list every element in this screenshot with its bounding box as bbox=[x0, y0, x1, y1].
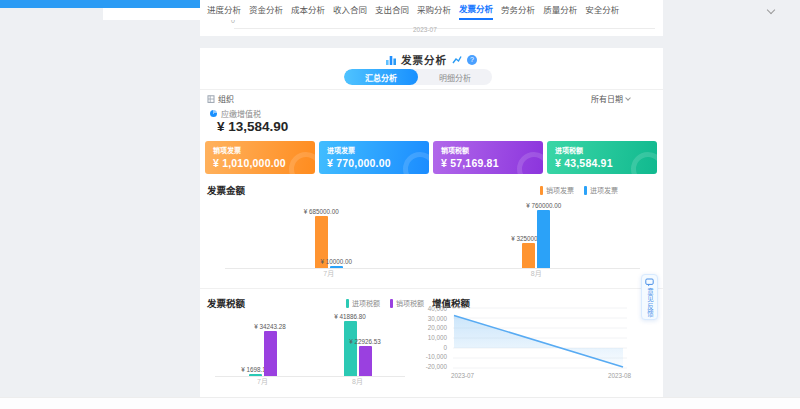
bar-column: ¥ 325000.00 bbox=[522, 235, 535, 268]
legend-item[interactable]: 进项发票 bbox=[584, 185, 618, 195]
nav-tab[interactable]: 进度分析 bbox=[207, 1, 241, 19]
legend-item[interactable]: 销项发票 bbox=[540, 185, 574, 195]
invoice-analysis-card: 发票分析 ? 汇总分析 明细分析 组织 所有日期 bbox=[200, 48, 663, 397]
line-chart-icon bbox=[452, 55, 462, 65]
nav-tab[interactable]: 成本分析 bbox=[291, 1, 325, 19]
pie-dot-icon bbox=[210, 110, 217, 117]
x-axis-line bbox=[215, 376, 405, 377]
legend-item[interactable]: 进项税额 bbox=[346, 298, 380, 308]
kpi-card-label: 销项税额 bbox=[441, 145, 535, 155]
kpi-card-label: 销项发票 bbox=[213, 145, 307, 155]
x-axis-line bbox=[225, 268, 640, 269]
card-decoration-circle bbox=[517, 152, 543, 174]
bar-column: ¥ 1698.11 bbox=[249, 366, 262, 376]
vat-summary-label: 应缴增值税 bbox=[221, 108, 261, 119]
invoice-analysis-page: 进度分析资金分析成本分析收入合同支出合同采购分析发票分析劳务分析质量分析安全分析… bbox=[0, 0, 800, 409]
nav-tab[interactable]: 发票分析 bbox=[459, 0, 493, 20]
date-filter-value: 所有日期 bbox=[591, 93, 623, 104]
feedback-chat-icon bbox=[645, 278, 654, 287]
bar-value-label: ¥ 22926.53 bbox=[349, 338, 381, 345]
kpi-card[interactable]: 进项发票 ¥ 770,000.00 bbox=[319, 141, 429, 174]
kpi-card[interactable]: 销项税额 ¥ 57,169.81 bbox=[433, 141, 543, 174]
vat-summary-value: ¥ 13,584.90 bbox=[217, 119, 288, 134]
kpi-card[interactable]: 进项税额 ¥ 43,584.91 bbox=[547, 141, 657, 174]
x-category-label: 7月 bbox=[257, 376, 268, 388]
line-chart-plot[interactable] bbox=[451, 306, 631, 370]
invoice-amount-legend: 销项发票进项发票 bbox=[540, 185, 618, 195]
remnant-axis-label: 2023-07 bbox=[413, 26, 437, 33]
invoice-tax-legend: 进项税额销项税额 bbox=[346, 298, 424, 308]
line-chart-body: 40,00030,00020,00010,0000-10,000-20,000 bbox=[425, 306, 643, 370]
feedback-widget-label: 意见反馈 bbox=[645, 288, 655, 318]
bar-value-label: ¥ 10000.00 bbox=[321, 258, 353, 265]
feedback-widget[interactable]: 意见反馈 bbox=[641, 274, 658, 320]
bar-销项税额-8月[interactable] bbox=[359, 346, 372, 376]
legend-label: 销项税额 bbox=[396, 298, 424, 308]
invoice-amount-section-title: 发票金额 bbox=[207, 183, 245, 197]
nav-tab[interactable]: 质量分析 bbox=[543, 1, 577, 19]
bar-pair: ¥ 685000.00¥ 10000.00 bbox=[315, 208, 343, 268]
main-content-panel: 0 2023-07 发票分析 ? 汇总分析 明细分析 bbox=[200, 20, 663, 397]
y-tick-label: 30,000 bbox=[428, 316, 447, 322]
bar-group: ¥ 1698.11¥ 34243.287月 bbox=[249, 323, 277, 388]
bar-column: ¥ 10000.00 bbox=[330, 258, 343, 268]
legend-item[interactable]: 销项税额 bbox=[390, 298, 424, 308]
bar-销项发票-8月[interactable] bbox=[522, 243, 535, 268]
organization-icon bbox=[207, 95, 215, 103]
legend-marker bbox=[346, 299, 349, 308]
bar-进项发票-8月[interactable] bbox=[537, 210, 550, 268]
kpi-card-label: 进项发票 bbox=[327, 145, 421, 155]
card-decoration-circle bbox=[631, 152, 657, 174]
bottom-strip bbox=[0, 397, 800, 409]
line-chart-y-axis: 40,00030,00020,00010,0000-10,000-20,000 bbox=[425, 306, 451, 370]
divider bbox=[200, 288, 663, 289]
analysis-mode-toggle: 汇总分析 明细分析 bbox=[344, 69, 492, 85]
bar-value-label: ¥ 760000.00 bbox=[526, 202, 561, 209]
nav-tab[interactable]: 劳务分析 bbox=[501, 1, 535, 19]
bar-group: ¥ 685000.00¥ 10000.007月 bbox=[315, 208, 343, 280]
legend-marker bbox=[390, 299, 393, 308]
kpi-card-label: 进项税额 bbox=[555, 145, 649, 155]
legend-marker bbox=[540, 186, 543, 195]
nav-tab[interactable]: 资金分析 bbox=[249, 1, 283, 19]
nav-tab[interactable]: 安全分析 bbox=[585, 1, 619, 19]
y-tick-label: 10,000 bbox=[428, 335, 447, 341]
line-chart-x-axis: 2023-07 2023-08 bbox=[451, 372, 631, 379]
nav-tab[interactable]: 收入合同 bbox=[333, 1, 367, 19]
bar-pair: ¥ 325000.00¥ 760000.00 bbox=[522, 202, 550, 268]
toggle-summary-analysis[interactable]: 汇总分析 bbox=[344, 69, 418, 85]
vat-summary: 应缴增值税 bbox=[210, 108, 261, 119]
invoice-tax-bar-chart: ¥ 1698.11¥ 34243.287月¥ 41886.80¥ 22926.5… bbox=[215, 308, 405, 388]
nav-tab[interactable]: 支出合同 bbox=[375, 1, 409, 19]
legend-marker bbox=[584, 186, 587, 195]
page-title: 发票分析 bbox=[401, 52, 447, 67]
legend-label: 进项发票 bbox=[590, 185, 618, 195]
org-filter[interactable]: 组织 bbox=[207, 93, 234, 104]
x-category-label: 7月 bbox=[323, 268, 334, 280]
kpi-card[interactable]: 销项发票 ¥ 1,010,000.00 bbox=[205, 141, 315, 174]
card-decoration-circle bbox=[403, 152, 429, 174]
bar-column: ¥ 760000.00 bbox=[537, 202, 550, 268]
x-category-label: 8月 bbox=[531, 268, 542, 280]
invoice-amount-bar-chart: ¥ 685000.00¥ 10000.007月¥ 325000.00¥ 7600… bbox=[225, 200, 640, 280]
section-gap bbox=[200, 36, 663, 48]
bar-pair: ¥ 41886.80¥ 22926.53 bbox=[344, 313, 372, 376]
bar-value-label: ¥ 685000.00 bbox=[304, 208, 339, 215]
toggle-detail-analysis[interactable]: 明细分析 bbox=[418, 69, 492, 85]
help-icon[interactable]: ? bbox=[467, 55, 477, 65]
divider bbox=[200, 89, 663, 90]
y-tick-label: -20,000 bbox=[426, 364, 447, 370]
legend-label: 销项发票 bbox=[546, 185, 574, 195]
bar-column: ¥ 34243.28 bbox=[264, 323, 277, 376]
x-category-label: 8月 bbox=[352, 376, 363, 388]
legend-label: 进项税额 bbox=[352, 298, 380, 308]
vat-amount-line-chart: 40,00030,00020,00010,0000-10,000-20,000 … bbox=[425, 306, 643, 379]
y-tick-label: 20,000 bbox=[428, 325, 447, 331]
bar-销项税额-7月[interactable] bbox=[264, 331, 277, 376]
nav-collapse-chevron-down-icon[interactable] bbox=[767, 6, 775, 14]
date-filter-dropdown[interactable]: 所有日期 bbox=[591, 93, 630, 104]
remnant-axis-line bbox=[234, 28, 655, 29]
bar-进项税额-8月[interactable] bbox=[344, 321, 357, 376]
chevron-down-icon bbox=[625, 95, 631, 101]
nav-tab[interactable]: 采购分析 bbox=[417, 1, 451, 19]
